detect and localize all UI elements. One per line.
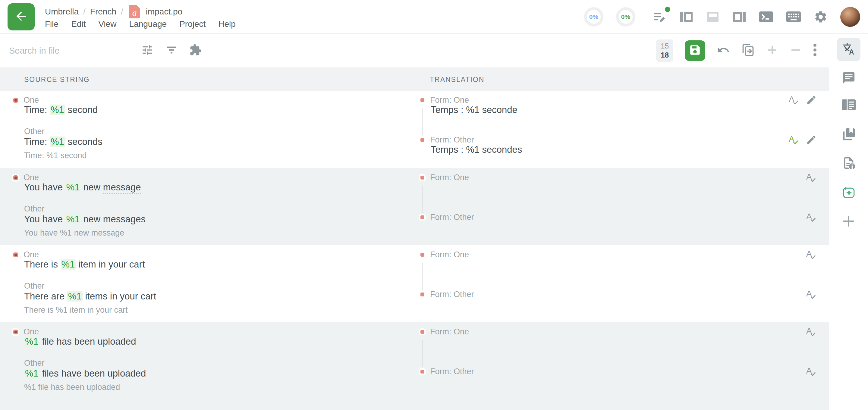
add-icon[interactable] <box>766 44 778 57</box>
spellcheck-icon[interactable]: A <box>805 249 817 261</box>
remove-icon[interactable] <box>789 44 802 57</box>
translation-memory-icon[interactable] <box>841 99 856 111</box>
source-reference: You have %1 new message <box>24 228 124 238</box>
form-marker <box>421 292 424 296</box>
breadcrumb: Umbrella / French / a impact.po <box>45 5 236 19</box>
plural-marker <box>13 175 18 180</box>
filter-icon[interactable] <box>165 44 178 58</box>
breadcrumb-language[interactable]: French <box>90 7 116 17</box>
comments-icon[interactable] <box>842 71 856 85</box>
source-text-other[interactable]: %1 files have been uploaded <box>24 368 146 379</box>
add-panel-icon[interactable] <box>843 215 855 227</box>
form-marker <box>421 138 424 142</box>
file-info-icon[interactable] <box>842 156 856 170</box>
right-sidebar: A <box>829 34 868 410</box>
layout-bottom-icon[interactable] <box>706 11 720 23</box>
breadcrumb-project[interactable]: Umbrella <box>45 7 79 17</box>
glossary-icon[interactable] <box>842 127 856 141</box>
undo-icon[interactable] <box>717 43 730 58</box>
menu-item-file[interactable]: File <box>45 19 59 29</box>
edit-icon[interactable] <box>806 134 817 147</box>
back-arrow-icon <box>14 9 28 24</box>
spellcheck-icon[interactable]: A <box>788 94 799 107</box>
form-marker <box>421 176 424 180</box>
back-button[interactable] <box>7 3 35 30</box>
menu-bar: File Edit View Language Project Help <box>45 19 236 29</box>
translate-panel-button[interactable]: A <box>837 38 861 61</box>
editor-column: 15 18 <box>0 34 829 410</box>
menu-item-project[interactable]: Project <box>179 19 206 29</box>
terminal-icon[interactable] <box>759 11 773 23</box>
form-guide-line <box>422 108 423 135</box>
form-marker <box>421 98 424 102</box>
source-reference: Time: %1 second <box>24 151 87 160</box>
more-menu-icon[interactable] <box>813 43 817 58</box>
source-text-other[interactable]: Time: %1 seconds <box>24 136 102 147</box>
svg-text:A: A <box>849 48 854 56</box>
spellcheck-icon[interactable]: A <box>805 326 817 339</box>
translation-text-one[interactable]: Temps : %1 seconde <box>431 104 518 115</box>
spellcheck-icon[interactable]: A <box>805 289 817 301</box>
source-text-other[interactable]: You have %1 new messages <box>24 214 146 225</box>
top-bar: Umbrella / French / a impact.po File Edi… <box>0 0 868 34</box>
spellcheck-icon[interactable]: A <box>788 134 799 147</box>
breadcrumb-file[interactable]: impact.po <box>146 7 182 17</box>
file-type-icon: a <box>129 5 140 19</box>
spellcheck-icon[interactable]: A <box>805 172 817 184</box>
user-avatar[interactable] <box>840 7 860 27</box>
progress-ring-translated: 0% <box>584 7 603 27</box>
string-list: One Time: %1 second Other Time: %1 secon… <box>0 91 829 410</box>
form-guide-line <box>422 186 423 213</box>
spellcheck-icon[interactable]: A <box>805 366 817 378</box>
source-text-one[interactable]: There is %1 item in your cart <box>24 259 145 270</box>
plural-marker <box>13 252 18 257</box>
string-counter: 15 18 <box>656 39 673 62</box>
menu-item-view[interactable]: View <box>98 19 116 29</box>
form-guide-line <box>422 340 423 367</box>
ai-assistant-icon[interactable] <box>841 185 856 200</box>
table-row[interactable]: One Time: %1 second Other Time: %1 secon… <box>0 91 829 168</box>
save-button[interactable] <box>685 40 705 61</box>
source-text-one[interactable]: You have %1 new message <box>24 182 141 193</box>
form-guide-line <box>422 263 423 290</box>
settings-icon[interactable] <box>814 10 828 24</box>
source-text-one[interactable]: %1 file has been uploaded <box>24 336 136 347</box>
table-row[interactable]: One There is %1 item in your cart Other … <box>0 245 829 322</box>
edit-icon[interactable] <box>806 95 817 107</box>
form-marker <box>421 370 424 374</box>
translation-text-other[interactable]: Temps : %1 secondes <box>431 144 522 155</box>
source-text-one[interactable]: Time: %1 second <box>24 104 98 115</box>
work-area: 15 18 <box>0 34 868 410</box>
menu-item-language[interactable]: Language <box>129 19 167 29</box>
plural-marker <box>13 329 18 335</box>
source-text-other[interactable]: There are %1 items in your cart <box>24 291 156 302</box>
activity-log-icon[interactable] <box>652 10 667 24</box>
menu-item-edit[interactable]: Edit <box>71 19 86 29</box>
table-row[interactable]: One %1 file has been uploaded Other %1 f… <box>0 322 829 410</box>
form-marker <box>421 215 424 219</box>
form-marker <box>421 330 424 334</box>
translation-column-header: TRANSLATION <box>430 75 484 84</box>
tune-icon[interactable] <box>141 44 154 58</box>
menu-item-help[interactable]: Help <box>218 19 236 29</box>
plugin-icon[interactable] <box>189 44 202 58</box>
source-reference: There is %1 item in your cart <box>24 306 128 315</box>
copy-icon[interactable] <box>741 43 755 58</box>
plural-marker <box>13 98 18 103</box>
layout-left-icon[interactable] <box>679 11 693 23</box>
progress-ring-approved: 0% <box>616 7 635 27</box>
keyboard-shortcuts-icon[interactable] <box>786 11 801 23</box>
notification-dot <box>664 6 671 13</box>
translate-icon: A <box>842 42 856 57</box>
save-icon <box>689 44 701 58</box>
search-input[interactable] <box>9 46 135 56</box>
source-column-header: SOURCE STRING <box>24 75 90 84</box>
source-reference: %1 file has been uploaded <box>24 383 120 392</box>
table-header: SOURCE STRING TRANSLATION <box>0 68 829 91</box>
form-marker <box>421 253 424 257</box>
layout-right-icon[interactable] <box>733 11 746 23</box>
file-toolbar: 15 18 <box>0 34 829 68</box>
table-row[interactable]: One You have %1 new message Other You ha… <box>0 168 829 245</box>
spellcheck-icon[interactable]: A <box>805 212 817 224</box>
